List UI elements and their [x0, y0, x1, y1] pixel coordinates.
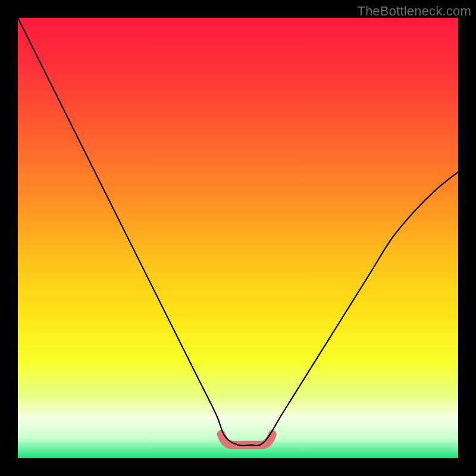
bottleneck-curve — [18, 18, 458, 446]
chart-frame: TheBottleneck.com — [0, 0, 476, 476]
curve-layer — [18, 18, 458, 458]
watermark-text: TheBottleneck.com — [357, 4, 471, 19]
flat-region-highlight — [221, 434, 273, 445]
plot-area — [18, 18, 458, 458]
